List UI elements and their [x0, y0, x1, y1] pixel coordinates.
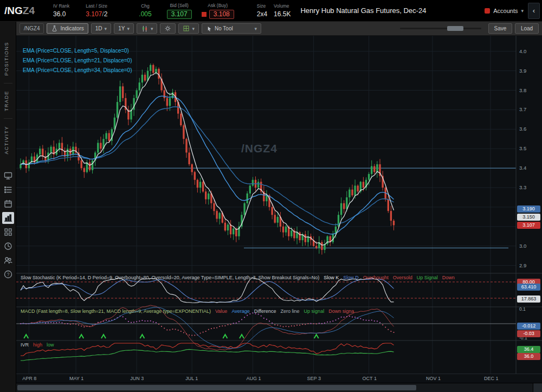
date-tick-label: DEC 1: [484, 376, 499, 381]
chart-toolbar: /NGZ4 Indicators 1D▾ 1Y▾ ▾: [16, 22, 542, 36]
time-axis[interactable]: APR 8MAY 1JUN 3JUL 1AUG 1SEP 3OCT 1NOV 1…: [16, 374, 542, 383]
svg-text:3.0: 3.0: [519, 243, 526, 249]
chart-symbol-tab[interactable]: /NGZ4: [20, 23, 44, 34]
legend-item: Average: [231, 309, 249, 314]
legend-item: Up Signal: [417, 275, 438, 280]
help-icon[interactable]: ?: [2, 268, 14, 280]
legend-item: Zero line: [281, 309, 300, 314]
last-price: 3.107: [86, 10, 102, 18]
last-size-field: Last / Size 3.107/2: [86, 3, 107, 18]
svg-text:4.0: 4.0: [519, 48, 526, 54]
legend-item: Down: [442, 275, 455, 280]
ask-button[interactable]: 3.108: [209, 10, 234, 19]
iv-rank-value: 36.0: [53, 10, 69, 18]
ema-study-label[interactable]: EMA (Price=CLOSE, Length=21, Displace=0): [23, 57, 132, 63]
legend-item: Difference: [254, 309, 276, 314]
accounts-menu[interactable]: Accounts ▾: [480, 8, 528, 14]
grid-icon[interactable]: [2, 226, 14, 238]
chart-icon[interactable]: [2, 212, 14, 224]
save-button[interactable]: Save: [488, 23, 512, 34]
symbol-suffix-text: Z4: [23, 5, 35, 17]
volume-value: 16.5K: [274, 10, 291, 18]
chart-settings-button[interactable]: [160, 23, 176, 34]
chevron-down-icon: ▾: [254, 26, 257, 31]
aggregation-dropdown[interactable]: 1D▾: [91, 23, 111, 34]
monitor-icon[interactable]: [2, 170, 14, 182]
clock-icon[interactable]: [2, 240, 14, 252]
svg-text:3.7: 3.7: [519, 106, 526, 112]
flask-icon: [51, 25, 58, 32]
svg-text:2.9: 2.9: [519, 262, 526, 268]
alert-flag-icon: [202, 12, 207, 17]
macd-title: MACD (Fast length=8, Slow length=21, MAC…: [21, 309, 211, 314]
date-tick-label: JUN 3: [130, 376, 144, 381]
legend-item: Down signa: [328, 309, 354, 314]
calendar-icon[interactable]: [2, 198, 14, 210]
date-tick-label: SEP 3: [307, 376, 321, 381]
sidebar-tab-positions[interactable]: POSITIONS: [4, 35, 9, 83]
scrollbar-thumb[interactable]: [17, 385, 416, 390]
left-sidebar: POSITIONSTRADEACTIVITY ?: [0, 22, 16, 392]
chart-watermark: /NGZ4: [241, 142, 278, 155]
change-field: Chg .005: [139, 3, 151, 18]
zoom-slider-thumb[interactable]: [447, 26, 463, 31]
legend-item: Slow D: [343, 275, 359, 280]
axis-price-bubble: 63.410: [517, 284, 540, 291]
date-tick-label: AUG 1: [246, 376, 261, 381]
ask-label: Ask (Buy): [208, 3, 228, 8]
chevron-down-icon: ▾: [521, 8, 524, 14]
zoom-slider[interactable]: [400, 23, 481, 34]
date-tick-label: OCT 1: [363, 376, 377, 381]
collapse-panel-button[interactable]: ‹: [528, 3, 540, 19]
legend-item: Value: [215, 309, 227, 314]
size-label: Size: [257, 3, 267, 9]
sidebar-tab-activity[interactable]: ACTIVITY: [4, 119, 9, 162]
sidebar-icons: ?: [2, 169, 14, 281]
bid-label: Bid (Sell): [170, 3, 188, 8]
volume-field: Volume 16.5K: [274, 3, 291, 18]
zoom-slider-track: [400, 28, 481, 29]
ema-study-label[interactable]: EMA (Price=CLOSE, Length=34, Displace=0): [23, 67, 132, 73]
users-icon[interactable]: [2, 254, 14, 266]
ask-field: Ask (Buy) 3.108: [202, 3, 234, 19]
layout-grid-dropdown[interactable]: ▾: [178, 23, 199, 34]
svg-text:0.1: 0.1: [519, 306, 526, 312]
chevron-down-icon: ▾: [127, 26, 130, 31]
topbar: /NGZ4 IV Rank 36.0 Last / Size 3.107/2 C…: [0, 0, 542, 22]
scrollbar-corner: [533, 383, 542, 392]
svg-text:3.8: 3.8: [519, 87, 526, 93]
accounts-label: Accounts: [493, 8, 518, 14]
candlestick-icon: [141, 25, 149, 33]
date-tick-label: APR 8: [22, 376, 36, 381]
chart-region[interactable]: 4.03.93.83.73.63.53.43.33.23.13.02.90.1-…: [16, 36, 542, 374]
bid-button[interactable]: 3.107: [167, 10, 192, 19]
chart-style-dropdown[interactable]: ▾: [137, 23, 158, 34]
load-button[interactable]: Load: [515, 23, 539, 34]
range-value: 1Y: [118, 25, 125, 31]
horizontal-scrollbar[interactable]: [16, 383, 542, 392]
bid-field: Bid (Sell) 3.107: [167, 3, 192, 19]
last-trade-size: 2: [104, 10, 108, 18]
chart-canvas[interactable]: 4.03.93.83.73.63.53.43.33.23.13.02.90.1-…: [16, 36, 542, 374]
aggregation-value: 1D: [95, 25, 102, 31]
axis-price-bubble: 36.0: [517, 353, 540, 360]
grid-layout-icon: [183, 25, 190, 32]
svg-text:3.5: 3.5: [519, 145, 526, 151]
indicators-button[interactable]: Indicators: [47, 23, 88, 34]
stochastic-header: Slow Stochastic (K Period=14, D Period=9…: [21, 275, 514, 280]
size-value: 2x4: [257, 10, 267, 18]
change-value: .005: [139, 10, 151, 18]
legend-item: Up signal: [304, 309, 325, 314]
ema-study-label[interactable]: EMA (Price=CLOSE, Length=5, Displace=0): [23, 48, 129, 54]
ivr-header: IVRhighlow: [21, 342, 514, 348]
date-tick-label: NOV 1: [426, 376, 441, 381]
drawing-tool-dropdown[interactable]: No Tool ▾: [202, 23, 261, 34]
range-dropdown[interactable]: 1Y▾: [114, 23, 134, 34]
sidebar-tabs: POSITIONSTRADEACTIVITY: [4, 35, 12, 161]
list-icon[interactable]: [2, 184, 14, 196]
sidebar-tab-trade[interactable]: TRADE: [4, 83, 9, 118]
last-size-label: Last / Size: [86, 3, 107, 9]
iv-rank-field: IV Rank 36.0: [53, 3, 69, 18]
svg-text:3.9: 3.9: [519, 68, 526, 74]
date-tick-label: MAY 1: [69, 376, 83, 381]
